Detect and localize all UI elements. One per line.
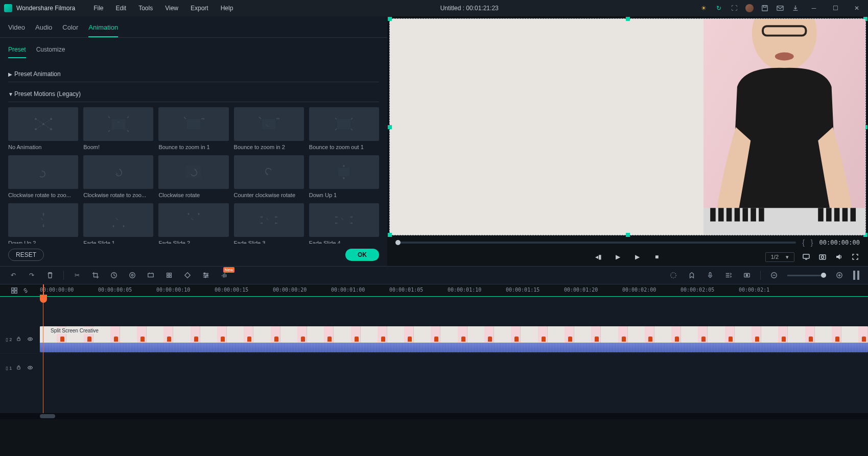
track-manage-icon[interactable] [11, 287, 18, 294]
crop-button[interactable] [90, 270, 101, 280]
svg-rect-29 [818, 208, 824, 221]
play-button[interactable]: ▶ [614, 252, 623, 261]
stop-button[interactable]: ■ [652, 252, 662, 261]
horizontal-scrollbar[interactable] [0, 413, 868, 419]
save-icon[interactable] [761, 4, 769, 12]
menu-export[interactable]: Export [184, 0, 215, 16]
zoom-in-button[interactable] [834, 270, 844, 280]
window-maximize-button[interactable]: ☐ [828, 3, 842, 13]
resize-handle[interactable] [626, 233, 630, 237]
tab-audio[interactable]: Audio [35, 20, 52, 37]
snapshot-icon[interactable] [818, 252, 827, 261]
audio-button[interactable]: New [219, 270, 229, 280]
gift-icon[interactable]: ⛶ [730, 4, 738, 12]
window-minimize-button[interactable]: ─ [807, 3, 821, 13]
svg-rect-58 [17, 367, 20, 369]
preset-item[interactable]: Fade Slide 3 [234, 203, 304, 244]
mask-button[interactable] [164, 270, 174, 280]
resize-handle[interactable] [388, 17, 392, 21]
ruler-tick: 00:00:01:10 [448, 287, 481, 293]
link-icon[interactable] [22, 287, 29, 294]
section-preset-motions[interactable]: ▼ Preset Motions (Legacy) [8, 86, 379, 102]
timeline-clip[interactable]: Split Screen Creative [40, 326, 868, 352]
green-screen-button[interactable] [146, 270, 156, 280]
scrub-handle[interactable] [395, 240, 401, 245]
refresh-icon[interactable]: ↻ [715, 4, 723, 12]
menu-tools[interactable]: Tools [132, 0, 159, 16]
lock-icon[interactable] [16, 336, 23, 343]
lock-icon[interactable] [16, 365, 23, 372]
preset-item[interactable]: Counter clockwise rotate [234, 155, 304, 198]
preset-thumb [234, 155, 304, 189]
window-close-button[interactable]: ✕ [850, 3, 864, 13]
menu-file[interactable]: File [87, 0, 109, 16]
preset-item[interactable]: Down Up 1 [309, 155, 379, 198]
preset-item[interactable]: Fade Slide 2 [158, 203, 228, 244]
preset-item[interactable]: Fade Slide 1 [83, 203, 153, 244]
preset-item[interactable]: Clockwise rotate [158, 155, 228, 198]
playhead-line[interactable] [43, 297, 43, 413]
tab-color[interactable]: Color [62, 20, 78, 37]
preset-item[interactable]: No Animation [8, 107, 78, 150]
eye-icon[interactable] [27, 336, 34, 343]
subtab-customize[interactable]: Customize [36, 44, 65, 58]
preset-item[interactable]: Clockwise rotate to zoo... [8, 155, 78, 198]
zoom-handle[interactable] [821, 273, 826, 278]
mark-out-icon[interactable]: } [811, 238, 813, 247]
preset-item[interactable]: Boom! [83, 107, 153, 150]
reset-button[interactable]: RESET [8, 249, 44, 261]
color-button[interactable] [127, 270, 137, 280]
mail-icon[interactable] [776, 4, 784, 12]
prev-frame-button[interactable]: ◂▮ [594, 252, 603, 261]
speed-button[interactable] [109, 270, 119, 280]
menu-edit[interactable]: Edit [110, 0, 133, 16]
keyframe-button[interactable] [182, 270, 193, 280]
adjust-button[interactable] [201, 270, 211, 280]
render-button[interactable] [668, 270, 678, 280]
ok-button[interactable]: OK [345, 249, 379, 261]
scrub-slider[interactable] [395, 242, 796, 244]
lightbulb-icon[interactable]: ☀ [699, 4, 708, 12]
subtab-preset[interactable]: Preset [8, 44, 26, 58]
mixer-button[interactable] [723, 270, 734, 280]
tab-animation[interactable]: Animation [88, 20, 118, 37]
redo-button[interactable]: ↷ [27, 270, 37, 280]
preset-item[interactable]: Down Up 2 [8, 203, 78, 244]
svg-point-6 [50, 118, 52, 120]
preset-item[interactable]: Bounce to zoom in 1 [158, 107, 228, 150]
resize-handle[interactable] [626, 17, 630, 21]
undo-button[interactable]: ↶ [8, 270, 18, 280]
tab-video[interactable]: Video [8, 20, 25, 37]
marker-button[interactable] [687, 270, 697, 280]
zoom-fit-button[interactable] [853, 270, 860, 280]
preset-thumb [234, 107, 304, 141]
menu-help[interactable]: Help [215, 0, 240, 16]
playhead[interactable] [43, 284, 44, 296]
mark-in-icon[interactable]: { [802, 238, 805, 247]
volume-icon[interactable] [834, 252, 843, 261]
preview-viewport[interactable] [389, 18, 866, 235]
download-icon[interactable] [791, 4, 800, 12]
page-indicator[interactable]: 1/2▾ [765, 252, 794, 262]
preset-item[interactable]: Bounce to zoom out 1 [309, 107, 379, 150]
delete-button[interactable] [45, 270, 55, 280]
next-frame-button[interactable]: ▶ [633, 252, 642, 261]
menu-view[interactable]: View [159, 0, 184, 16]
fullscreen-icon[interactable] [851, 252, 860, 261]
avatar-icon[interactable] [745, 4, 754, 12]
record-button[interactable] [742, 270, 752, 280]
section-preset-animation[interactable]: ▶ Preset Animation [8, 66, 379, 82]
eye-icon[interactable] [27, 365, 34, 372]
display-icon[interactable] [802, 252, 811, 261]
scrollbar-thumb[interactable] [40, 414, 55, 418]
split-button[interactable]: ✂ [72, 270, 82, 280]
zoom-slider[interactable] [787, 275, 826, 276]
zoom-out-button[interactable] [769, 270, 779, 280]
preset-item[interactable]: Bounce to zoom in 2 [234, 107, 304, 150]
preset-item[interactable]: Clockwise rotate to zoo... [83, 155, 153, 198]
svg-rect-34 [803, 254, 809, 258]
preset-item[interactable]: Fade Slide 4 [309, 203, 379, 244]
mic-button[interactable] [705, 270, 715, 280]
resize-handle[interactable] [388, 233, 392, 237]
resize-handle[interactable] [388, 125, 392, 129]
